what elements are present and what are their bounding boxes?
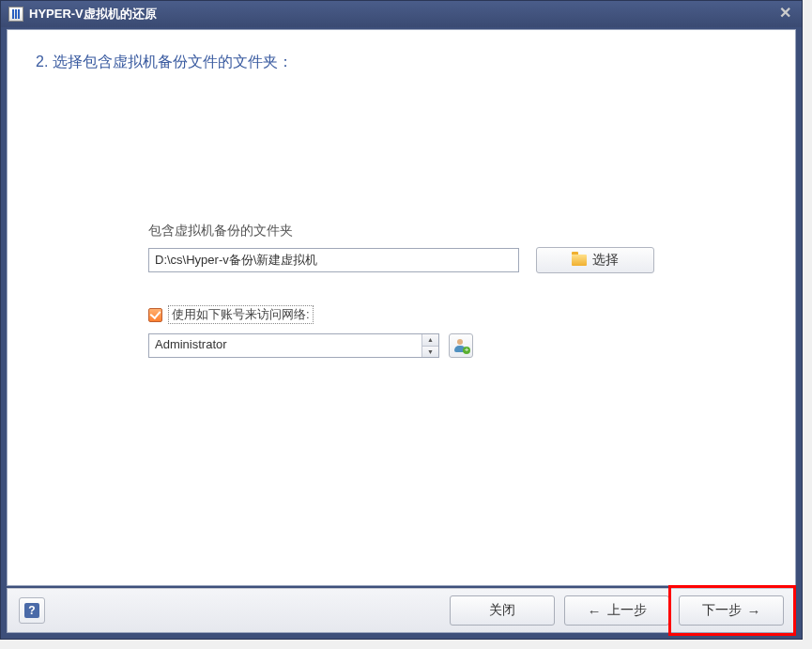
close-button[interactable]: 关闭 [450,595,555,626]
spinner-up-icon[interactable]: ▲ [422,334,438,347]
account-spinner[interactable]: Administrator ▲ ▼ [148,333,439,358]
close-icon[interactable]: ✕ [775,5,794,23]
next-button-label: 下一步 [702,602,742,619]
folder-field-label: 包含虚拟机备份的文件夹 [148,223,654,240]
account-value: Administrator [149,334,421,357]
help-button[interactable]: ? [19,597,45,624]
spinner-buttons: ▲ ▼ [421,334,438,357]
browse-button-label: 选择 [592,252,619,269]
network-checkbox[interactable] [148,308,162,322]
titlebar: HYPER-V虚拟机的还原 ✕ [1,1,802,27]
folder-path-row: 选择 [148,247,654,273]
step-heading: 2. 选择包含虚拟机备份文件的文件夹： [8,30,795,82]
spinner-down-icon[interactable]: ▼ [422,347,438,358]
folder-path-input[interactable] [148,248,519,272]
help-icon: ? [24,603,39,618]
prev-button-label: 上一步 [607,602,647,619]
prev-button[interactable]: ← 上一步 [564,595,669,626]
browse-button[interactable]: 选择 [536,247,654,273]
footer-bar: ? 关闭 ← 上一步 下一步 → [7,588,796,633]
account-row: Administrator ▲ ▼ + [148,333,654,358]
network-checkbox-label: 使用如下账号来访问网络: [168,305,314,324]
arrow-left-icon: ← [588,603,602,619]
add-user-icon: + [454,339,467,352]
window-title: HYPER-V虚拟机的还原 [29,6,775,23]
folder-icon [572,255,587,266]
network-checkbox-row: 使用如下账号来访问网络: [148,305,654,324]
arrow-right-icon: → [747,603,761,619]
next-button[interactable]: 下一步 → [679,595,784,626]
dialog-window: HYPER-V虚拟机的还原 ✕ 2. 选择包含虚拟机备份文件的文件夹： 包含虚拟… [0,0,803,640]
close-button-label: 关闭 [489,602,515,619]
add-user-button[interactable]: + [449,333,473,358]
app-icon [8,7,23,22]
content-panel: 2. 选择包含虚拟机备份文件的文件夹： 包含虚拟机备份的文件夹 选择 使用如下账… [7,29,796,586]
form-area: 包含虚拟机备份的文件夹 选择 使用如下账号来访问网络: Administrato… [8,82,795,358]
